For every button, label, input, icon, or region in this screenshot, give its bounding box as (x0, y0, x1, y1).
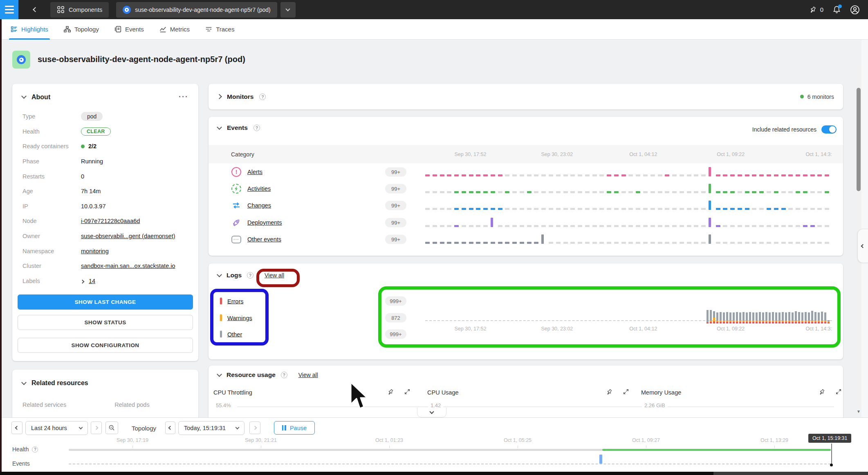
zoom-out-button[interactable] (105, 421, 118, 434)
events-time-axis: Sep 30, 17:52Sep 30, 23:02Oct 1, 04:12Oc… (425, 145, 832, 163)
event-category-link[interactable]: Deployments (247, 219, 282, 226)
traces-icon (205, 26, 212, 33)
time-cursor-line (831, 444, 832, 465)
health-timeline-gray[interactable] (69, 449, 602, 451)
components-view-button[interactable]: Components (50, 2, 109, 18)
collapse-icon[interactable] (217, 372, 222, 377)
event-category-link[interactable]: Alerts (247, 169, 262, 175)
expand-chart-icon[interactable] (835, 388, 843, 396)
warnings-color-icon (220, 314, 222, 321)
scrollbar-thumb[interactable] (857, 88, 861, 191)
time-tick-label: Oct 1, 09:22 (717, 152, 745, 157)
event-marker[interactable] (599, 455, 602, 464)
help-icon[interactable]: ? (281, 372, 287, 378)
help-icon[interactable]: ? (259, 94, 266, 100)
include-related-toggle[interactable] (821, 125, 837, 134)
tab-dropdown-button[interactable] (280, 2, 296, 18)
scrollbar-down-arrow[interactable]: ▼ (856, 409, 861, 414)
about-row-link[interactable]: sandbox-main.san...ox.stackstate.io (81, 263, 175, 269)
components-grid-icon (57, 6, 65, 13)
page-title: suse-observability-dev-agent-node-agent-… (38, 55, 245, 64)
log-bar (759, 312, 761, 323)
event-count-badge: 99+ (385, 184, 406, 194)
timeline-collapse-tab[interactable] (417, 408, 446, 417)
resource-view-all-link[interactable]: View all (298, 372, 318, 378)
range-forward-button[interactable] (91, 421, 102, 434)
collapse-icon[interactable] (21, 380, 27, 385)
time-forward-button[interactable] (249, 421, 260, 434)
show-status-button[interactable]: SHOW STATUS (18, 315, 193, 330)
event-category-link[interactable]: Activities (247, 185, 271, 192)
more-options-icon[interactable]: ··· (179, 93, 188, 101)
right-panel-handle[interactable] (857, 229, 868, 263)
about-row: Typepod (12, 109, 198, 124)
pause-button[interactable]: Pause (274, 421, 315, 435)
about-row: Clustersandbox-main.san...ox.stackstate.… (12, 259, 198, 274)
about-rows: TypepodHealthCLEARReady containers2/2Pha… (12, 109, 198, 288)
labels-count-link[interactable]: 14 (89, 278, 95, 284)
expand-chart-icon[interactable] (404, 388, 411, 396)
tab-traces[interactable]: Traces (205, 19, 234, 40)
alert-icon: ! (231, 167, 242, 177)
chart-gridline (237, 406, 834, 407)
expand-chevron-icon[interactable] (81, 278, 84, 284)
logs-bars (707, 310, 830, 323)
log-legend-item: Other (220, 331, 242, 338)
timebar-tick-label: Sep 30, 17:19 (117, 437, 148, 443)
log-other-link[interactable]: Other (227, 331, 242, 337)
event-category-link[interactable]: Changes (247, 202, 271, 209)
time-tick-label: Oct 1, 09:22 (717, 326, 745, 332)
health-timeline-green[interactable] (602, 449, 831, 451)
back-button[interactable] (29, 8, 41, 11)
time-back-button[interactable] (165, 421, 175, 434)
tab-metrics[interactable]: Metrics (159, 19, 190, 40)
back-arrow-icon (33, 7, 38, 12)
time-range-select[interactable]: Last 24 hours (25, 421, 88, 435)
pin-chart-icon[interactable] (606, 388, 613, 396)
help-icon[interactable]: ? (253, 125, 260, 131)
logs-panel: Logs ? View all ErrorsWarningsOther 999+… (209, 263, 843, 359)
log-bar (772, 312, 774, 323)
show-last-change-button[interactable]: SHOW LAST CHANGE (18, 294, 193, 310)
collapse-icon[interactable] (217, 272, 222, 277)
hamburger-menu-icon[interactable] (0, 0, 18, 19)
pin-chart-icon[interactable] (819, 388, 826, 396)
log-bar (713, 311, 715, 323)
tab-topology[interactable]: Topology (64, 19, 99, 40)
collapse-icon[interactable] (217, 125, 222, 130)
help-icon[interactable]: ? (247, 272, 253, 279)
pin-chart-icon[interactable] (387, 388, 395, 396)
expand-chart-icon[interactable] (623, 388, 630, 396)
component-tab[interactable]: suse-observability-dev-agent-node-agent-… (116, 2, 277, 18)
tab-events[interactable]: Events (114, 19, 144, 40)
about-row-link[interactable]: suse-observabili...gent (daemonset) (81, 233, 175, 239)
event-category-link[interactable]: Other events (247, 236, 281, 243)
about-row: Ownersuse-observabili...gent (daemonset) (12, 229, 198, 244)
notifications-button[interactable] (832, 5, 841, 14)
pinned-views-button[interactable]: 0 (809, 6, 823, 13)
log-warnings-link[interactable]: Warnings (227, 314, 252, 321)
logs-view-all-link[interactable]: View all (265, 272, 284, 279)
help-icon[interactable]: ? (32, 446, 38, 453)
events-timeline[interactable] (69, 464, 831, 464)
log-bar (720, 312, 722, 323)
timebar-tick-mark (774, 446, 775, 448)
about-row: Age7h 14m (12, 184, 198, 199)
range-back-button[interactable] (11, 421, 22, 434)
show-configuration-button[interactable]: SHOW CONFIGURATION (18, 338, 193, 353)
metrics-icon (159, 26, 166, 33)
tab-highlights[interactable]: Highlights (11, 19, 48, 40)
timebar-tick-mark (646, 446, 646, 448)
collapse-icon[interactable] (21, 94, 27, 99)
timebar-tick-mark (518, 446, 518, 448)
about-row-link[interactable]: i-097e721228c0aaa6d (81, 218, 140, 224)
topology-time-label: Topology (132, 425, 156, 432)
about-row-link[interactable]: monitoring (81, 248, 109, 254)
user-avatar-icon[interactable] (850, 5, 860, 15)
log-bar (710, 310, 712, 323)
time-select[interactable]: Today, 15:19:31 (178, 421, 244, 435)
chart-title: Memory Usage (641, 389, 681, 396)
log-errors-link[interactable]: Errors (227, 298, 243, 304)
expand-icon[interactable] (217, 94, 222, 99)
time-range-value: Last 24 hours (31, 425, 67, 431)
